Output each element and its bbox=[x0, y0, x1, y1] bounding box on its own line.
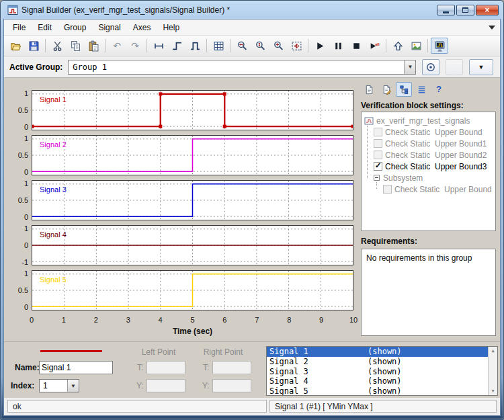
menu-group[interactable]: Group bbox=[58, 21, 92, 34]
plot-panel: 10.50Signal 110.50Signal 210.50Signal 31… bbox=[4, 78, 355, 341]
axes-plot-area[interactable]: Signal 3 bbox=[32, 180, 353, 220]
axes-plot-area[interactable]: Signal 4 bbox=[32, 225, 353, 265]
pause-icon bbox=[333, 40, 344, 52]
fit-view-button[interactable] bbox=[288, 38, 305, 54]
stop-button[interactable] bbox=[347, 38, 365, 54]
scope-panel-icon bbox=[434, 40, 446, 52]
titlebar[interactable]: Signal Builder (ex_verif_mgr_test_signal… bbox=[3, 1, 501, 19]
tree-item-root[interactable]: ex_verif_mgr_test_signals bbox=[363, 115, 494, 126]
right-y-input bbox=[212, 379, 251, 392]
menu-axes[interactable]: Axes bbox=[127, 21, 157, 34]
tree-item-group[interactable]: Subsystem bbox=[363, 172, 494, 183]
save-button[interactable] bbox=[25, 38, 42, 54]
y-tick-label: 0.5 bbox=[18, 286, 28, 294]
pause-button[interactable] bbox=[329, 38, 347, 54]
tree-item-check[interactable]: Check Static Upper Bound bbox=[363, 183, 494, 195]
step-mode-button[interactable] bbox=[168, 38, 185, 54]
menu-signal[interactable]: Signal bbox=[92, 21, 126, 34]
scroll-up-icon[interactable]: ▲ bbox=[491, 348, 494, 353]
list-view-icon bbox=[417, 85, 427, 95]
x-tick-label: 1 bbox=[62, 316, 66, 324]
axes-plot-area[interactable]: Signal 1 bbox=[32, 90, 353, 130]
signal-list-item[interactable]: Signal 4(shown) bbox=[267, 376, 488, 386]
axes-signal-4[interactable]: 10-1Signal 4 bbox=[32, 225, 353, 265]
axes-plot-area[interactable]: Signal 5 bbox=[32, 270, 353, 310]
signal-list-name: Signal 5 bbox=[269, 386, 308, 396]
signal-list-item[interactable]: Signal 1(shown) bbox=[267, 347, 488, 357]
toolbar-separator bbox=[105, 39, 106, 52]
list-view-button[interactable] bbox=[413, 82, 429, 97]
menu-file[interactable]: File bbox=[7, 21, 32, 34]
close-button[interactable]: × bbox=[476, 5, 499, 15]
x-tick-label: 5 bbox=[190, 316, 194, 324]
minimize-button[interactable] bbox=[437, 5, 455, 15]
y-tick-label: 0.5 bbox=[18, 196, 28, 204]
menu-help[interactable]: Help bbox=[157, 21, 185, 34]
zoom-y-button[interactable] bbox=[251, 38, 269, 54]
y-tick-label: -1 bbox=[22, 258, 28, 266]
axes-signal-5[interactable]: 10.50Signal 5 bbox=[32, 270, 353, 310]
run-all-button[interactable]: all bbox=[366, 38, 383, 54]
verification-checkbox bbox=[374, 128, 382, 136]
index-dropdown[interactable]: 1 ▼ bbox=[39, 379, 79, 392]
y-tick-label: 0 bbox=[24, 168, 28, 176]
x-axis-label: Time (sec) bbox=[32, 327, 353, 336]
grid-button[interactable] bbox=[210, 38, 227, 54]
help-button[interactable]: ? bbox=[431, 82, 447, 97]
collapse-expander-icon[interactable] bbox=[374, 175, 380, 181]
maximize-button[interactable] bbox=[456, 5, 474, 15]
signal-name-label: Signal 1 bbox=[40, 95, 67, 103]
signal-list-item[interactable]: Signal 2(shown) bbox=[267, 357, 488, 367]
signal-list-item[interactable]: Signal 3(shown) bbox=[267, 367, 488, 377]
open-button[interactable] bbox=[7, 38, 24, 54]
svg-text:all: all bbox=[375, 42, 380, 46]
active-group-dropdown-icon[interactable]: ▼ bbox=[404, 60, 415, 74]
scope-panel-button[interactable] bbox=[431, 38, 448, 54]
zoom-t-button[interactable] bbox=[233, 38, 251, 54]
name-input[interactable] bbox=[39, 361, 113, 374]
left-t-label: T: bbox=[137, 363, 143, 372]
cut-button[interactable] bbox=[48, 38, 66, 54]
disabled-tool-button bbox=[446, 59, 463, 75]
y-tick-label: 0 bbox=[24, 123, 28, 131]
undo-button[interactable]: ↶ bbox=[108, 38, 126, 54]
signal-name-label: Signal 4 bbox=[40, 230, 67, 239]
axes-signal-3[interactable]: 10.50Signal 3 bbox=[32, 180, 353, 220]
pulse-mode-button[interactable] bbox=[186, 38, 204, 54]
start-button[interactable] bbox=[311, 38, 329, 54]
doc-button[interactable] bbox=[361, 82, 377, 97]
window-title: Signal Builder (ex_verif_mgr_test_signal… bbox=[22, 5, 433, 15]
tree-item-label: Check Static Upper Bound3 bbox=[385, 162, 487, 171]
verification-panel: ? Verification block settings: ex_verif_… bbox=[355, 78, 500, 341]
menubar-overflow-icon[interactable] bbox=[489, 26, 495, 30]
output-options-button[interactable] bbox=[422, 59, 439, 75]
redo-button[interactable]: ↷ bbox=[126, 38, 144, 54]
signal-list-item[interactable]: Signal 5(shown) bbox=[267, 386, 488, 396]
verification-checkbox[interactable] bbox=[374, 162, 382, 171]
name-label: Name: bbox=[15, 363, 40, 372]
tree-item-check[interactable]: Check Static Upper Bound3 bbox=[363, 161, 494, 172]
zoom-ty-button[interactable] bbox=[269, 38, 287, 54]
paste-button[interactable] bbox=[85, 38, 102, 54]
signal-list-scrollbar[interactable]: ▲ ▼ bbox=[488, 347, 497, 395]
panel-dropdown-button[interactable]: ▼ bbox=[469, 59, 493, 75]
index-value: 1 bbox=[40, 380, 67, 392]
tree-item-check[interactable]: Check Static Upper Bound bbox=[363, 126, 494, 138]
y-tick-label: 0 bbox=[24, 303, 28, 311]
scroll-down-icon[interactable]: ▼ bbox=[491, 388, 494, 394]
doc-edit-button[interactable] bbox=[378, 82, 394, 97]
y-tick-label: 1 bbox=[24, 179, 28, 187]
copy-button[interactable] bbox=[67, 38, 84, 54]
snapshot-button[interactable] bbox=[407, 38, 425, 54]
tree-view-button[interactable] bbox=[396, 82, 412, 97]
signal-list[interactable]: Signal 1(shown)Signal 2(shown)Signal 3(s… bbox=[266, 346, 498, 396]
axes-plot-area[interactable]: Signal 2 bbox=[32, 135, 353, 175]
axes-signal-2[interactable]: 10.50Signal 2 bbox=[32, 135, 353, 175]
tree-item-check[interactable]: Check Static Upper Bound2 bbox=[363, 149, 494, 161]
tree-item-check[interactable]: Check Static Upper Bound1 bbox=[363, 138, 494, 149]
menu-edit[interactable]: Edit bbox=[32, 21, 58, 34]
up-button[interactable] bbox=[389, 38, 407, 54]
active-group-combobox[interactable]: Group 1 ▼ bbox=[68, 60, 416, 75]
axes-signal-1[interactable]: 10.50Signal 1 bbox=[32, 90, 353, 130]
line-mode-button[interactable] bbox=[150, 38, 167, 54]
